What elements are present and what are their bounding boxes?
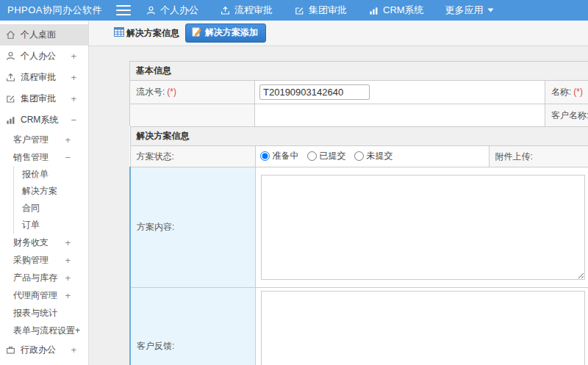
expand-toggle-icon[interactable]: +: [71, 51, 76, 62]
sidebar-item-personal-desktop[interactable]: 个人桌面: [0, 24, 88, 46]
status-radio-2[interactable]: 未提交: [354, 150, 393, 162]
sidebar-item-label: 集团审批: [21, 93, 56, 105]
sidebar-item-label: 解决方案: [22, 185, 57, 198]
expand-toggle-icon[interactable]: +: [65, 134, 71, 145]
expand-toggle-icon[interactable]: +: [71, 344, 76, 355]
sidebar-item-label: 订单: [22, 219, 40, 231]
sidebar-item-admin-office[interactable]: 行政办公+: [0, 339, 88, 361]
expand-toggle-icon[interactable]: +: [65, 290, 71, 301]
sidebar-item-label: 代理商管理: [13, 289, 57, 302]
nav-item-label: 集团审批: [309, 4, 347, 17]
radio-button[interactable]: [260, 151, 270, 161]
serial-number-input[interactable]: [259, 84, 370, 100]
edit-icon: [5, 93, 17, 104]
sidebar-item-order[interactable]: 订单: [13, 217, 88, 234]
tab-solution-info[interactable]: 解决方案信息: [114, 27, 179, 40]
tab-solution-add[interactable]: 解决方案添加: [185, 24, 266, 43]
nav-item-label: 流程审批: [234, 4, 273, 17]
sidebar-item-label: 表单与流程设置+: [13, 325, 80, 337]
sidebar-item-workflow-approval[interactable]: 流程审批+: [0, 67, 88, 88]
nav-crm[interactable]: CRM系统: [368, 4, 424, 17]
sidebar-item-label: 报价单: [22, 168, 49, 181]
sidebar-item-group-approval[interactable]: 集团审批+: [0, 88, 88, 109]
app-shell: 个人桌面个人办公+流程审批+集团审批+CRM系统−客户管理+销售管理−报价单解决…: [0, 21, 588, 365]
status-radio-group: 准备中已提交未提交: [255, 146, 489, 167]
nav-group-approval[interactable]: 集团审批: [294, 4, 347, 17]
app-brand: PHPOA协同办公软件: [0, 4, 116, 17]
sidebar-item-personal-office[interactable]: 个人办公+: [0, 46, 88, 67]
sidebar-item-label: 采购管理: [13, 254, 49, 267]
nav-personal-office[interactable]: 个人办公: [146, 4, 198, 17]
feedback-label-cell: 客户反馈:: [130, 288, 255, 365]
content-value-cell: [255, 167, 588, 288]
name-label-cell: 名称:(*): [545, 81, 588, 104]
home-icon: [5, 29, 17, 40]
sidebar-item-crm[interactable]: CRM系统−: [0, 109, 88, 131]
feedback-textarea[interactable]: [261, 291, 585, 365]
expand-toggle-icon[interactable]: +: [71, 72, 76, 83]
sidebar-item-label: 合同: [22, 202, 40, 214]
content-textarea[interactable]: [261, 175, 585, 280]
sidebar-item-label: 流程审批: [21, 71, 56, 84]
sidebar-item-product-inventory[interactable]: 产品与库存+: [0, 269, 88, 286]
sidebar-item-sales-mgmt[interactable]: 销售管理−: [0, 148, 88, 166]
sidebar-item-hr[interactable]: 人力资源+: [0, 361, 88, 365]
status-radio-0[interactable]: 准备中: [260, 150, 299, 162]
sidebar-item-customer-mgmt[interactable]: 客户管理+: [0, 131, 88, 148]
expand-toggle-icon[interactable]: +: [65, 272, 71, 283]
table-icon: [114, 27, 124, 39]
sidebar-item-finance[interactable]: 财务收支+: [0, 234, 88, 251]
tab-solution-info-label: 解决方案信息: [126, 27, 179, 40]
chart-icon: [368, 5, 379, 16]
sidebar-item-contract[interactable]: 合同: [13, 200, 88, 217]
nav-item-label: CRM系统: [383, 4, 424, 17]
sidebar-item-reports[interactable]: 报表与统计: [0, 304, 88, 322]
sidebar-item-label: 行政办公: [21, 344, 56, 356]
sidebar-item-solution[interactable]: 解决方案: [13, 183, 88, 200]
sidebar-item-purchase[interactable]: 采购管理+: [0, 251, 88, 269]
tab-solution-add-label: 解决方案添加: [205, 26, 258, 39]
nav-item-label: 个人办公: [160, 4, 198, 17]
radio-button[interactable]: [307, 151, 317, 161]
sidebar-item-label: 财务收支: [13, 236, 49, 249]
section-title-solution: 解决方案信息: [130, 127, 588, 146]
nav-item-label: 更多应用: [445, 4, 484, 17]
sidebar-item-agent-mgmt[interactable]: 代理商管理+: [0, 286, 88, 304]
sidebar-item-label: 个人桌面: [21, 29, 56, 41]
solution-add-form: 基本信息 流水号:(*) 名称:(*) 客户名称:: [129, 61, 588, 365]
sidebar-item-quotation[interactable]: 报价单: [13, 166, 88, 183]
expand-toggle-icon[interactable]: −: [65, 152, 71, 163]
status-label-cell: 方案状态:: [130, 146, 255, 167]
menu-toggle-icon[interactable]: [116, 5, 131, 15]
solution-info-table: 解决方案信息 方案状态: 准备中已提交未提交 附件上传: 方案内容: 客户反馈:: [129, 126, 588, 365]
customer-name-label-cell: 客户名称:(*): [545, 104, 588, 127]
expand-toggle-icon[interactable]: −: [71, 115, 76, 126]
content-label-cell: 方案内容:: [130, 167, 255, 288]
attachment-label-cell: 附件上传:: [489, 146, 588, 167]
nav-workflow-approval[interactable]: 流程审批: [220, 4, 273, 17]
sidebar-item-label: 产品与库存: [13, 272, 57, 284]
sidebar-item-label: CRM系统: [21, 114, 58, 126]
empty-label-cell: [130, 104, 255, 127]
sidebar-item-label: 客户管理: [13, 134, 49, 146]
sidebar-item-label: 报表与统计: [13, 307, 57, 319]
caret-down-icon: [487, 8, 494, 12]
edit-icon: [294, 5, 305, 16]
radio-button[interactable]: [354, 151, 364, 161]
expand-toggle-icon[interactable]: +: [65, 237, 71, 248]
expand-toggle-icon[interactable]: +: [65, 255, 71, 266]
status-radio-1[interactable]: 已提交: [307, 150, 346, 162]
workflow-icon: [5, 72, 17, 83]
main-area: 解决方案信息 解决方案添加 基本信息 流水号:(*): [89, 21, 588, 365]
sidebar-item-label: 销售管理: [13, 151, 49, 164]
radio-label: 准备中: [273, 150, 299, 162]
user-icon: [146, 5, 157, 16]
required-mark: (*): [167, 87, 176, 97]
expand-toggle-icon[interactable]: +: [71, 93, 76, 104]
chart-icon: [5, 115, 17, 126]
serial-label-cell: 流水号:(*): [130, 81, 255, 104]
briefcase-icon: [5, 344, 17, 355]
nav-more-apps[interactable]: 更多应用: [445, 4, 494, 17]
required-mark: (*): [573, 87, 583, 97]
sidebar-item-form-workflow-settings[interactable]: 表单与流程设置+: [0, 322, 88, 339]
